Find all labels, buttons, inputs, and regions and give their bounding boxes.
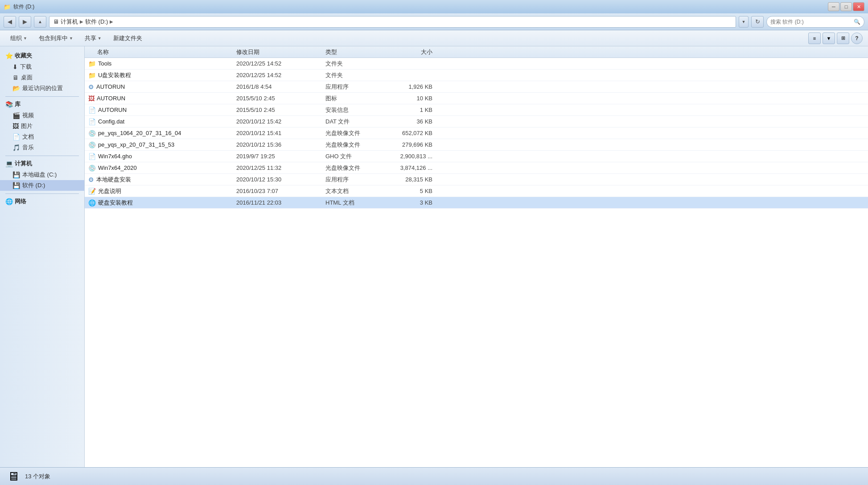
organize-arrow-icon: ▼ (23, 36, 27, 41)
table-row[interactable]: ⚙ 本地硬盘安装 2020/10/12 15:30 应用程序 28,315 KB (85, 174, 868, 185)
sidebar-item-video[interactable]: 🎬 视频 (0, 110, 84, 121)
file-type-cell: 文件夹 (325, 60, 388, 68)
new-folder-button[interactable]: 新建文件夹 (108, 32, 147, 45)
sidebar-network-header[interactable]: 🌐 网络 (0, 196, 84, 207)
file-list-header: 名称 修改日期 类型 大小 (85, 46, 868, 58)
sidebar-label-download: 下载 (20, 63, 32, 71)
table-row[interactable]: 📝 光盘说明 2016/10/23 7:07 文本文档 5 KB (85, 185, 868, 197)
file-date-cell: 2016/1/8 4:54 (236, 83, 325, 90)
file-name-cell: 💿 pe_yqs_xp_20_07_31_15_53 (85, 141, 236, 148)
file-type-cell: GHO 文件 (325, 152, 388, 160)
table-row[interactable]: 📄 Config.dat 2020/10/12 15:42 DAT 文件 36 … (85, 116, 868, 127)
back-button[interactable]: ◀ (4, 16, 16, 28)
column-size[interactable]: 大小 (388, 48, 441, 56)
sidebar-separator-3 (5, 193, 79, 194)
file-size-cell: 652,072 KB (388, 130, 441, 136)
file-type-icon: 📄 (88, 107, 96, 114)
sidebar-item-d-drive[interactable]: 💾 软件 (D:) (0, 180, 84, 191)
include-library-button[interactable]: 包含到库中 ▼ (34, 32, 78, 45)
maximize-button[interactable]: □ (840, 2, 852, 11)
file-date-cell: 2016/11/21 22:03 (236, 199, 325, 206)
sidebar-label-recent: 最近访问的位置 (22, 84, 63, 92)
computer-icon: 💻 (5, 160, 13, 167)
help-button[interactable]: ? (851, 33, 863, 44)
library-folder-icon: 📚 (5, 101, 13, 108)
close-button[interactable]: ✕ (853, 2, 864, 11)
column-date[interactable]: 修改日期 (236, 48, 325, 56)
address-path[interactable]: 🖥 计算机 ▶ 软件 (D:) ▶ (49, 16, 736, 28)
preview-button[interactable]: ⊞ (837, 33, 849, 44)
file-size-cell: 3 KB (388, 199, 441, 206)
file-name-cell: 💿 pe_yqs_1064_20_07_31_16_04 (85, 130, 236, 137)
table-row[interactable]: 💿 pe_yqs_1064_20_07_31_16_04 2020/10/12 … (85, 127, 868, 139)
sidebar-item-desktop[interactable]: 🖥 桌面 (0, 72, 84, 83)
search-icon[interactable]: 🔍 (854, 19, 860, 25)
table-row[interactable]: ⚙ AUTORUN 2016/1/8 4:54 应用程序 1,926 KB (85, 81, 868, 93)
sidebar-label-d-drive: 软件 (D:) (22, 181, 45, 189)
sidebar-library-header[interactable]: 📚 库 (0, 99, 84, 110)
sidebar-section-library: 📚 库 🎬 视频 🖼 图片 📄 文档 🎵 音乐 (0, 99, 84, 153)
table-row[interactable]: 🌐 硬盘安装教程 2016/11/21 22:03 HTML 文档 3 KB (85, 197, 868, 209)
sidebar-item-music[interactable]: 🎵 音乐 (0, 142, 84, 153)
table-row[interactable]: 📁 Tools 2020/12/25 14:52 文件夹 (85, 58, 868, 70)
file-name-label: U盘安装教程 (98, 71, 131, 79)
file-date-cell: 2015/5/10 2:45 (236, 107, 325, 113)
sidebar-item-pictures[interactable]: 🖼 图片 (0, 121, 84, 132)
sidebar-section-favorites: ⭐ 收藏夹 ⬇ 下载 🖥 桌面 📂 最近访问的位置 (0, 50, 84, 94)
forward-button[interactable]: ▶ (19, 16, 31, 28)
file-name-cell: 💿 Win7x64_2020 (85, 164, 236, 172)
sidebar-favorites-header[interactable]: ⭐ 收藏夹 (0, 50, 84, 62)
d-drive-icon: 💾 (12, 182, 20, 189)
file-name-cell: 📄 AUTORUN (85, 107, 236, 114)
search-input[interactable] (770, 19, 852, 25)
view-icon-button[interactable]: ≡ (808, 33, 821, 44)
file-type-icon: 📝 (88, 188, 96, 195)
sidebar-computer-header[interactable]: 💻 计算机 (0, 158, 84, 169)
organize-button[interactable]: 组织 ▼ (5, 32, 32, 45)
file-date-cell: 2016/10/23 7:07 (236, 188, 325, 194)
column-name[interactable]: 名称 (85, 48, 236, 56)
sidebar-item-c-drive[interactable]: 💾 本地磁盘 (C:) (0, 169, 84, 180)
sidebar-item-documents[interactable]: 📄 文档 (0, 132, 84, 142)
sidebar-item-recent[interactable]: 📂 最近访问的位置 (0, 83, 84, 94)
address-computer-label: 计算机 (61, 18, 78, 26)
share-button[interactable]: 共享 ▼ (80, 32, 107, 45)
table-row[interactable]: 📁 U盘安装教程 2020/12/25 14:52 文件夹 (85, 70, 868, 81)
file-date-cell: 2020/12/25 14:52 (236, 72, 325, 78)
minimize-button[interactable]: ─ (828, 2, 839, 11)
file-size-cell: 28,315 KB (388, 176, 441, 183)
sidebar-separator-2 (5, 156, 79, 156)
download-icon: ⬇ (12, 63, 18, 70)
file-type-cell: 光盘映像文件 (325, 164, 388, 172)
file-size-cell: 2,900,813 ... (388, 153, 441, 160)
table-row[interactable]: 📄 Win7x64.gho 2019/9/7 19:25 GHO 文件 2,90… (85, 151, 868, 162)
file-name-label: Config.dat (98, 118, 124, 125)
refresh-button[interactable]: ↻ (751, 16, 764, 28)
file-type-icon: 📄 (88, 153, 96, 160)
view-dropdown-icon: ▼ (827, 36, 831, 41)
table-row[interactable]: 💿 Win7x64_2020 2020/12/25 11:32 光盘映像文件 3… (85, 162, 868, 174)
view-dropdown-button[interactable]: ▼ (823, 33, 835, 44)
video-icon: 🎬 (12, 112, 20, 119)
table-row[interactable]: 📄 AUTORUN 2015/5/10 2:45 安装信息 1 KB (85, 104, 868, 116)
addressbar: ◀ ▶ ▲ 🖥 计算机 ▶ 软件 (D:) ▶ ▼ ↻ 🔍 (0, 13, 868, 30)
address-dropdown-button[interactable]: ▼ (739, 16, 749, 28)
file-name-label: AUTORUN (97, 95, 125, 102)
file-size-cell: 279,696 KB (388, 141, 441, 148)
file-name-cell: 📄 Win7x64.gho (85, 153, 236, 160)
file-name-label: pe_yqs_xp_20_07_31_15_53 (98, 141, 174, 148)
sidebar-item-download[interactable]: ⬇ 下载 (0, 62, 84, 72)
up-button[interactable]: ▲ (34, 16, 46, 28)
table-row[interactable]: 🖼 AUTORUN 2015/5/10 2:45 图标 10 KB (85, 93, 868, 104)
file-date-cell: 2020/12/25 14:52 (236, 60, 325, 67)
file-type-cell: DAT 文件 (325, 118, 388, 126)
file-size-cell: 5 KB (388, 188, 441, 194)
library-arrow-icon: ▼ (69, 36, 73, 41)
file-name-cell: 🖼 AUTORUN (85, 95, 236, 102)
file-list: 名称 修改日期 类型 大小 📁 Tools 2020/12/25 14:52 文… (85, 46, 868, 467)
desktop-icon: 🖥 (12, 74, 19, 81)
table-row[interactable]: 💿 pe_yqs_xp_20_07_31_15_53 2020/10/12 15… (85, 139, 868, 151)
statusbar-text: 13 个对象 (25, 473, 50, 481)
column-type[interactable]: 类型 (325, 48, 388, 56)
file-name-label: 硬盘安装教程 (98, 199, 133, 207)
